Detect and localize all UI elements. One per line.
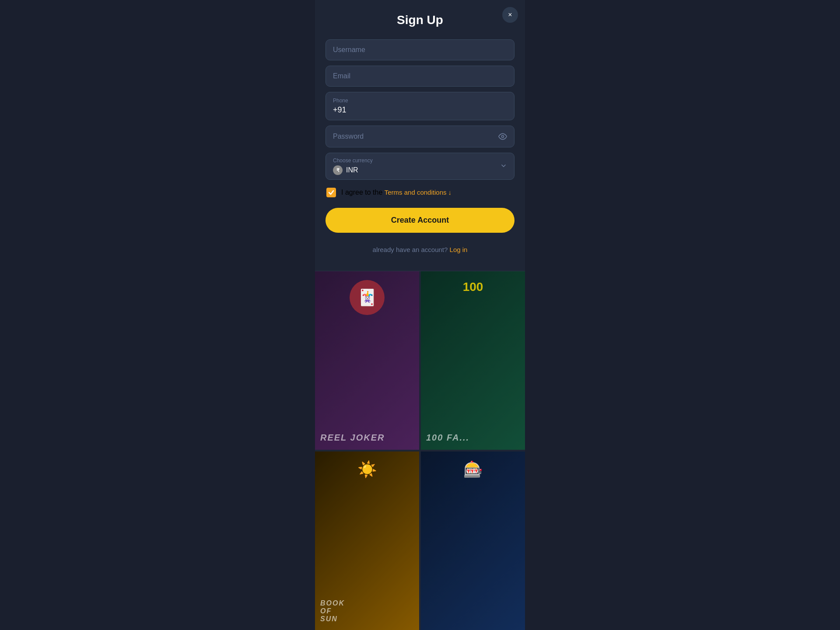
phone-value: +91 — [333, 105, 507, 115]
game-character: 🃏 — [350, 280, 385, 315]
download-icon: ↓ — [448, 189, 452, 196]
phone-label: Phone — [333, 98, 507, 104]
terms-text: I agree to the Terms and conditions↓ — [341, 189, 452, 196]
email-input[interactable] — [333, 72, 507, 80]
login-link-text: Log in — [450, 246, 468, 253]
game-100-label: 100 — [463, 280, 483, 294]
close-button[interactable]: × — [502, 7, 518, 23]
game-card-title: REEL JOKER — [320, 433, 414, 443]
modal-panel: × Sign Up Phone +91 — [315, 0, 525, 271]
modal-title: Sign Up — [326, 13, 514, 27]
game-card-title-2: 100 FA... — [426, 433, 520, 443]
email-field[interactable] — [326, 66, 514, 87]
currency-icon: ₹ — [333, 165, 343, 175]
login-prompt-text: already have an account? — [373, 246, 448, 253]
close-icon: × — [508, 11, 512, 19]
game-card-overlay-2 — [421, 271, 525, 450]
chevron-down-icon — [500, 162, 507, 171]
currency-name: INR — [346, 166, 358, 174]
password-field[interactable] — [326, 126, 514, 147]
currency-dropdown[interactable]: Choose currency ₹ INR — [326, 153, 514, 180]
login-link[interactable]: Log in — [450, 246, 468, 253]
terms-checkbox[interactable] — [326, 188, 336, 197]
svg-point-0 — [502, 136, 504, 138]
game-card-book-of-sun[interactable]: ☀️ BOOKOFSUN — [315, 452, 419, 630]
currency-field-left: Choose currency ₹ INR — [333, 158, 373, 175]
game-sun-icon: ☀️ — [357, 460, 377, 479]
currency-value-row: ₹ INR — [333, 165, 373, 175]
password-input[interactable] — [333, 133, 498, 140]
games-section: 🃏 REEL JOKER 100 100 FA... ☀️ BOOKOFSUN … — [315, 271, 525, 630]
game-card-4[interactable]: 🎰 — [421, 452, 525, 630]
phone-field[interactable]: Phone +91 — [326, 92, 514, 120]
create-account-button[interactable]: Create Account — [326, 208, 514, 233]
page-wrapper: × Sign Up Phone +91 — [0, 0, 840, 630]
eye-icon[interactable] — [498, 132, 507, 141]
terms-row: I agree to the Terms and conditions↓ — [326, 188, 514, 197]
login-row: already have an account? Log in — [326, 246, 514, 253]
game-card-title-3: BOOKOFSUN — [320, 599, 414, 623]
username-input[interactable] — [333, 46, 507, 54]
game-4-icon: 🎰 — [463, 460, 483, 479]
terms-link[interactable]: Terms and conditions — [385, 189, 447, 196]
username-field[interactable] — [326, 39, 514, 60]
currency-label: Choose currency — [333, 158, 373, 164]
modal-overlay: × Sign Up Phone +91 — [315, 0, 525, 630]
game-card-100fa[interactable]: 100 100 FA... — [421, 271, 525, 450]
terms-prefix: I agree to the — [341, 189, 385, 196]
game-card-reel-joker[interactable]: 🃏 REEL JOKER — [315, 271, 419, 450]
